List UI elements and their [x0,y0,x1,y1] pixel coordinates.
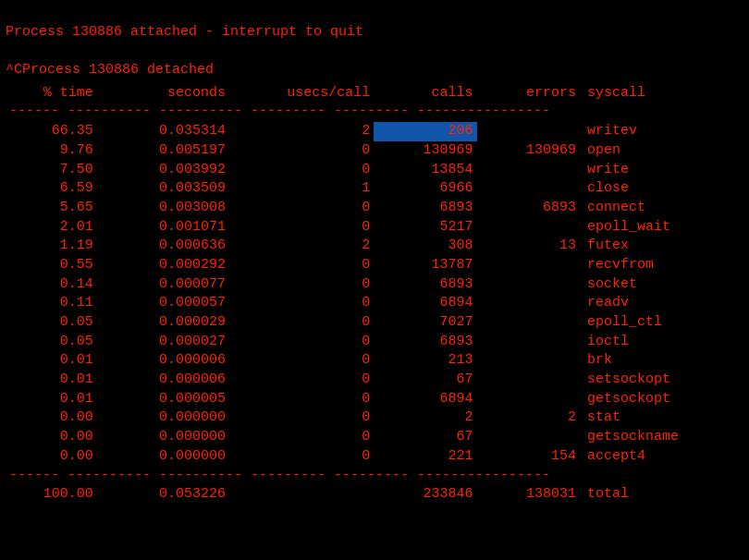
cell-usecs-1: 0 [229,141,374,161]
cell-time-11: 0.05 [6,333,97,352]
cell-time-14: 0.01 [6,390,97,409]
cell-seconds-16: 0.000000 [97,428,229,447]
cell-time-0: 66.35 [6,122,97,141]
table-row: 2.010.00107105217epoll_wait [6,218,743,237]
cell-calls-3: 6966 [374,179,476,199]
table-row: 66.350.0353142206writev [6,122,743,141]
cell-time-4: 5.65 [6,199,97,218]
cell-calls-8: 6893 [374,275,476,295]
table-row: 0.140.00007706893socket [6,275,743,295]
cell-time-8: 0.14 [6,275,97,295]
cell-seconds-13: 0.000006 [97,371,229,390]
cell-seconds-9: 0.000057 [97,294,229,313]
cell-seconds-3: 0.003509 [97,179,229,199]
cell-syscall-15: stat [580,408,743,428]
cell-usecs-8: 0 [229,275,374,295]
separator-row-bottom: ------ ---------- ---------- --------- -… [6,467,743,486]
col-header-syscall: syscall [580,84,743,103]
cell-calls-9: 6894 [374,294,476,313]
table-header: % time seconds usecs/call calls errors s… [6,84,743,103]
cell-seconds-7: 0.000292 [97,256,229,275]
total-calls: 233846 [374,485,476,505]
cell-calls-0: 206 [374,122,476,141]
cell-time-6: 1.19 [6,237,97,256]
cell-syscall-17: accept4 [580,447,743,467]
cell-syscall-4: connect [580,199,743,218]
cell-time-17: 0.00 [6,447,97,467]
total-seconds: 0.053226 [97,485,229,505]
cell-syscall-3: close [580,179,743,199]
cell-seconds-6: 0.000636 [97,237,229,256]
cell-seconds-2: 0.003992 [97,161,229,180]
cell-calls-2: 13854 [374,161,476,180]
table-row: 0.000.0000000221154accept4 [6,447,743,467]
cell-syscall-5: epoll_wait [580,218,743,237]
cell-syscall-0: writev [580,122,743,141]
cell-calls-1: 130969 [374,141,476,161]
cell-usecs-14: 0 [229,390,374,409]
cell-calls-12: 213 [374,351,476,371]
cell-seconds-11: 0.000027 [97,333,229,352]
table-row: 0.000.000000067getsockname [6,428,743,447]
cell-usecs-10: 0 [229,313,374,333]
cell-calls-16: 67 [374,428,476,447]
cell-calls-15: 2 [374,408,476,428]
cell-errors-7 [477,256,580,275]
table-row: 0.110.00005706894readv [6,294,743,313]
cell-time-1: 9.76 [6,141,97,161]
cell-usecs-12: 0 [229,351,374,371]
cell-time-15: 0.00 [6,408,97,428]
cell-time-12: 0.01 [6,351,97,371]
cell-usecs-4: 0 [229,199,374,218]
cell-syscall-7: recvfrom [580,256,743,275]
cell-calls-5: 5217 [374,218,476,237]
cell-usecs-0: 2 [229,122,374,141]
cell-usecs-16: 0 [229,428,374,447]
cell-syscall-9: readv [580,294,743,313]
cell-usecs-17: 0 [229,447,374,467]
col-header-calls: calls [374,84,476,103]
header-line-1: Process 130886 attached - interrupt to q… [6,24,363,40]
cell-seconds-8: 0.000077 [97,275,229,295]
total-usecs [229,485,374,505]
cell-syscall-1: open [580,141,743,161]
cell-usecs-15: 0 [229,408,374,428]
cell-errors-8 [477,275,580,295]
cell-syscall-2: write [580,161,743,180]
total-errors: 138031 [477,485,580,505]
cell-seconds-14: 0.000005 [97,390,229,409]
cell-seconds-12: 0.000006 [97,351,229,371]
cell-errors-16 [477,428,580,447]
separator-row-top: ------ ---------- ---------- --------- -… [6,103,743,122]
col-header-errors: errors [477,84,580,103]
cell-seconds-17: 0.000000 [97,447,229,467]
cell-syscall-10: epoll_ctl [580,313,743,333]
table-row: 6.590.00350916966close [6,179,743,199]
cell-calls-11: 6893 [374,333,476,352]
cell-seconds-15: 0.000000 [97,408,229,428]
cell-time-16: 0.00 [6,428,97,447]
table-row: 7.500.003992013854write [6,161,743,180]
cell-time-7: 0.55 [6,256,97,275]
cell-usecs-9: 0 [229,294,374,313]
cell-time-9: 0.11 [6,294,97,313]
table-row: 0.050.00002907027epoll_ctl [6,313,743,333]
cell-syscall-11: ioctl [580,333,743,352]
table-row: 5.650.003008068936893connect [6,199,743,218]
cell-usecs-6: 2 [229,237,374,256]
cell-syscall-13: setsockopt [580,371,743,390]
col-header-seconds: seconds [97,84,229,103]
cell-usecs-3: 1 [229,179,374,199]
cell-errors-6: 13 [477,237,580,256]
cell-errors-2 [477,161,580,180]
cell-errors-1: 130969 [477,141,580,161]
terminal: Process 130886 attached - interrupt to q… [0,0,749,84]
total-row: 100.00 0.053226 233846 138031 total [6,485,743,505]
cell-calls-14: 6894 [374,390,476,409]
cell-time-2: 7.50 [6,161,97,180]
cell-seconds-4: 0.003008 [97,199,229,218]
cell-errors-13 [477,371,580,390]
cell-errors-11 [477,333,580,352]
cell-time-5: 2.01 [6,218,97,237]
cell-calls-10: 7027 [374,313,476,333]
